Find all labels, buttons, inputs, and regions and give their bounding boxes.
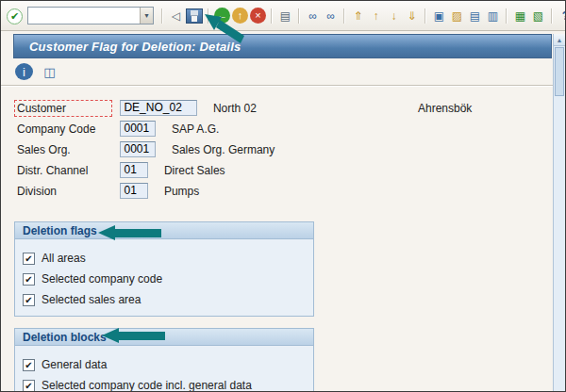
back-nav-icon[interactable]: ← (214, 8, 230, 24)
field-label: Division (14, 183, 112, 200)
next-page-icon[interactable]: ↓ (386, 8, 402, 24)
field-input[interactable]: 01 (120, 162, 148, 178)
checkbox-label: All areas (42, 252, 86, 265)
separator (343, 8, 345, 24)
customer-form: Customer DE_NO_02 North 02 Ahrensbök Com… (14, 99, 565, 203)
checkbox-label: Selected company code (42, 272, 162, 286)
vertical-scrollbar[interactable]: ▲ (553, 34, 565, 391)
cancel-icon[interactable]: × (250, 8, 266, 24)
session-list-icon[interactable]: ▤ (467, 8, 483, 24)
overview-icon[interactable]: ◫ (41, 63, 58, 80)
command-field: ▼ (27, 7, 154, 24)
command-input[interactable] (28, 8, 140, 23)
field-input[interactable]: 0001 (120, 121, 156, 137)
field-description: North 02 (213, 102, 257, 115)
stop-transaction-icon[interactable]: ▥ (485, 8, 501, 24)
enter-icon-slot: ✔ (6, 7, 24, 24)
toolbar-icons: ◁←↑×▤∞∞⇑↑↓⇓▣▨▤▥▦▧?▣ (158, 8, 566, 24)
last-page-icon[interactable]: ⇓ (404, 8, 420, 24)
application-toolbar: i◫ (1, 58, 565, 86)
content-area: Customer DE_NO_02 North 02 Ahrensbök Com… (1, 86, 565, 392)
info-icon[interactable]: i (15, 63, 33, 80)
sap-window: ✔ ▼ ◁←↑×▤∞∞⇑↑↓⇓▣▨▤▥▦▧?▣ Customer Flag fo… (0, 0, 566, 392)
checkbox-row[interactable]: Selected company code incl. general data (23, 375, 306, 392)
field-label: Customer (14, 100, 112, 117)
back-icon[interactable]: ◁ (168, 8, 184, 24)
checkbox-row[interactable]: All areas (23, 248, 306, 269)
help-icon[interactable]: ? (558, 8, 566, 24)
group-title: Deletion flags (23, 224, 97, 237)
table-settings-icon[interactable]: ▦ (512, 8, 528, 24)
command-dropdown-icon[interactable]: ▼ (140, 8, 153, 24)
checkbox[interactable] (23, 359, 35, 371)
checkbox[interactable] (23, 294, 35, 306)
separator (424, 8, 426, 24)
field-input[interactable]: DE_NO_02 (120, 100, 197, 116)
checkbox-row[interactable]: Selected sales area (23, 289, 306, 310)
find-next-icon[interactable]: ∞ (323, 8, 339, 24)
deletion-flags-body: All areas Selected company code Selected… (15, 239, 313, 316)
form-row: Division 01 Pumps (14, 182, 565, 203)
deletion-flags-header: Deletion flags (15, 222, 313, 239)
form-row: Customer DE_NO_02 North 02 Ahrensbök (14, 99, 565, 120)
page-title: Customer Flag for Deletion: Details (29, 40, 241, 54)
checkbox[interactable] (23, 273, 35, 286)
field-description: Direct Sales (164, 164, 225, 177)
field-label: Sales Org. (14, 141, 112, 158)
separator (551, 8, 553, 24)
field-description: Sales Org. Germany (172, 143, 275, 156)
field-label: Company Code (14, 121, 112, 138)
checkbox-row[interactable]: General data (23, 354, 306, 375)
checkbox-label: Selected company code incl. general data (42, 379, 252, 392)
deletion-flags-group: Deletion flags All areas Selected compan… (14, 221, 314, 317)
new-session-icon[interactable]: ▣ (431, 8, 447, 24)
title-bar: Customer Flag for Deletion: Details (13, 34, 552, 58)
shortcut-icon[interactable]: ▨ (449, 8, 465, 24)
scrollbar-thumb[interactable] (555, 47, 564, 96)
deletion-blocks-group: Deletion blocks General data Selected co… (14, 328, 314, 392)
form-row: Sales Org. 0001 Sales Org. Germany (14, 140, 565, 161)
separator (271, 8, 273, 24)
layout-icon[interactable]: ▧ (530, 8, 546, 24)
previous-page-icon[interactable]: ↑ (368, 8, 384, 24)
field-description: SAP A.G. (172, 122, 219, 136)
field-input[interactable]: 0001 (120, 141, 156, 157)
separator (208, 8, 209, 24)
checkbox-label: General data (42, 358, 107, 371)
scroll-up-icon[interactable]: ▲ (554, 34, 565, 46)
field-extra-description: Ahrensbök (418, 102, 472, 115)
field-description: Pumps (164, 185, 199, 198)
find-icon[interactable]: ∞ (305, 8, 321, 24)
field-label: Distr. Channel (14, 162, 112, 179)
standard-toolbar: ✔ ▼ ◁←↑×▤∞∞⇑↑↓⇓▣▨▤▥▦▧?▣ (1, 1, 565, 31)
checkbox[interactable] (23, 380, 35, 392)
checkbox-label: Selected sales area (42, 293, 141, 306)
deletion-blocks-body: General data Selected company code incl.… (15, 346, 313, 392)
separator (506, 8, 508, 24)
group-title: Deletion blocks (23, 331, 107, 344)
separator (161, 8, 163, 24)
separator (298, 8, 300, 24)
exit-icon[interactable]: ↑ (232, 8, 248, 24)
field-input[interactable]: 01 (120, 183, 148, 199)
form-row: Distr. Channel 01 Direct Sales (14, 161, 565, 182)
checkbox[interactable] (23, 253, 35, 265)
checkbox-row[interactable]: Selected company code (23, 269, 306, 289)
first-page-icon[interactable]: ⇑ (350, 8, 366, 24)
print-icon[interactable]: ▤ (277, 8, 293, 24)
form-row: Company Code 0001 SAP A.G. (14, 120, 565, 140)
save-icon[interactable] (186, 8, 203, 24)
app-toolbar-icons: i◫ (14, 63, 59, 80)
deletion-blocks-header: Deletion blocks (15, 329, 313, 346)
enter-icon[interactable]: ✔ (7, 8, 23, 24)
